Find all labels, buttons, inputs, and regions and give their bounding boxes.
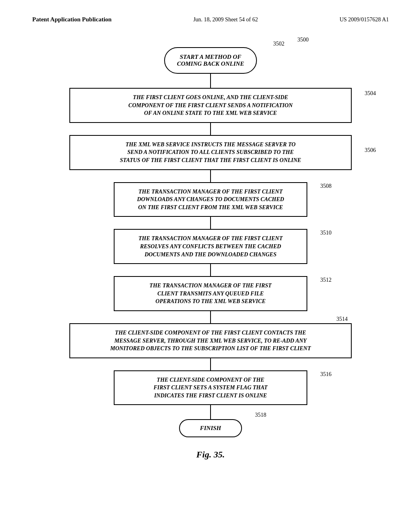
node-3506-row: THE XML WEB SERVICE INSTRUCTS THE MESSAG…: [69, 135, 352, 170]
flowchart: START A METHOD OF COMING BACK ONLINE 350…: [32, 43, 389, 460]
arrow-2: [210, 123, 211, 135]
tag-3516: 3516: [320, 371, 332, 378]
node-3518-row: FINISH 3518: [179, 419, 242, 437]
node-3516-row: THE CLIENT-SIDE COMPONENT OF THE FIRST C…: [114, 370, 307, 405]
arrow-1: [210, 74, 211, 88]
tag-3518: 3518: [255, 412, 266, 418]
date-sheet-label: Jun. 18, 2009 Sheet 54 of 62: [193, 17, 258, 23]
node-3504-row: THE FIRST CLIENT GOES ONLINE, AND THE CL…: [69, 88, 352, 123]
node-3502: START A METHOD OF COMING BACK ONLINE 350…: [164, 47, 257, 74]
start-region: START A METHOD OF COMING BACK ONLINE 350…: [59, 47, 362, 74]
arrow-5: [210, 264, 211, 276]
node-3510-row: THE TRANSACTION MANAGER OF THE FIRST CLI…: [114, 229, 307, 264]
node-3514: THE CLIENT-SIDE COMPONENT OF THE FIRST C…: [69, 323, 352, 358]
arrow-8: [210, 405, 211, 419]
tag-3508: 3508: [320, 183, 332, 189]
node-3512-row: THE TRANSACTION MANAGER OF THE FIRST CLI…: [114, 276, 307, 311]
node-3514-row: THE CLIENT-SIDE COMPONENT OF THE FIRST C…: [69, 323, 352, 358]
tag-3500: 3500: [297, 37, 309, 43]
node-3510: THE TRANSACTION MANAGER OF THE FIRST CLI…: [114, 229, 307, 264]
node-3502-line2: COMING BACK ONLINE: [177, 60, 244, 67]
node-3518: FINISH: [179, 419, 242, 437]
publication-label: Patent Application Publication: [32, 16, 112, 23]
tag-3504: 3504: [365, 90, 376, 97]
arrow-7: [210, 358, 211, 370]
tag-3506: 3506: [365, 147, 376, 154]
arrow-6: [210, 311, 211, 323]
tag-3514-pre: 3514: [336, 316, 348, 322]
node-3508: THE TRANSACTION MANAGER OF THE FIRST CLI…: [114, 182, 307, 217]
figure-caption: Fig. 35.: [196, 449, 225, 460]
node-3506: THE XML WEB SERVICE INSTRUCTS THE MESSAG…: [69, 135, 352, 170]
node-3512: THE TRANSACTION MANAGER OF THE FIRST CLI…: [114, 276, 307, 311]
arrow-4: [210, 217, 211, 229]
tag-3502: 3502: [273, 41, 284, 47]
page: Patent Application Publication Jun. 18, …: [0, 0, 413, 532]
tag-3510: 3510: [320, 230, 332, 236]
node-3504: THE FIRST CLIENT GOES ONLINE, AND THE CL…: [69, 88, 352, 123]
tag-3512: 3512: [320, 277, 332, 283]
arrow-3: [210, 170, 211, 182]
start-box-wrapper: START A METHOD OF COMING BACK ONLINE 350…: [164, 47, 257, 74]
node-3502-line1: START A METHOD OF: [180, 54, 241, 60]
node-3508-row: THE TRANSACTION MANAGER OF THE FIRST CLI…: [114, 182, 307, 217]
patent-number-label: US 2009/0157628 A1: [340, 17, 389, 23]
page-header: Patent Application Publication Jun. 18, …: [32, 16, 389, 23]
node-3516: THE CLIENT-SIDE COMPONENT OF THE FIRST C…: [114, 370, 307, 405]
